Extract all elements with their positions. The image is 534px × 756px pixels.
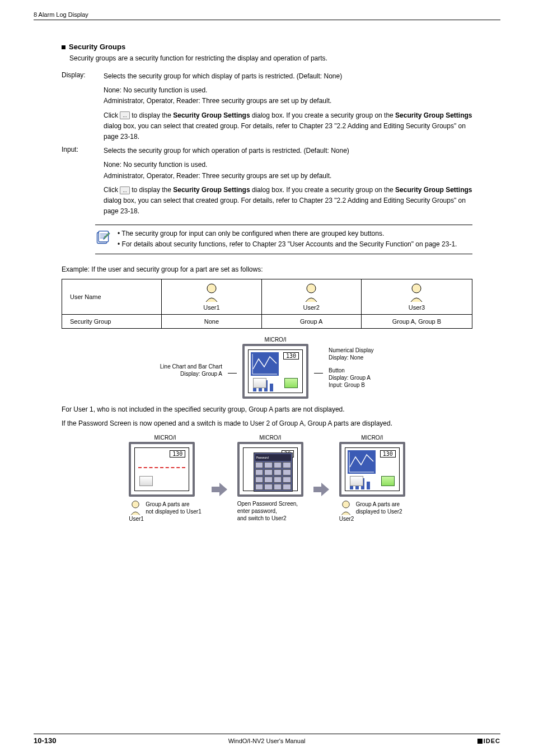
para-2: If the Password Screen is now opened and… bbox=[62, 418, 472, 429]
input-none: None: No security function is used. bbox=[104, 160, 472, 170]
micro-box: MICRO/I 130 bbox=[242, 337, 308, 399]
user-label: User1 bbox=[129, 516, 202, 522]
table-cell: Group A, Group B bbox=[361, 314, 472, 328]
text: Input: Group B bbox=[329, 381, 390, 389]
caption-3: Group A parts are displayed to User2 bbox=[339, 500, 405, 516]
note-box: • The security group for input can only … bbox=[95, 225, 472, 254]
square-bullet-icon bbox=[62, 45, 65, 49]
display-none: None: No security function is used. bbox=[104, 85, 472, 96]
text: enter password, bbox=[237, 507, 303, 515]
caption-1: Group A parts are not displayed to User1 bbox=[129, 500, 202, 516]
micro-box-3: MICRO/I 130 Group A parts are displayed … bbox=[339, 435, 405, 522]
text: The security group for input can only be… bbox=[121, 230, 384, 237]
micro-screen: 130 bbox=[339, 442, 405, 497]
page-header: 8 Alarm Log Display bbox=[34, 11, 500, 20]
flow-diagram: MICRO/I 130 Group A parts are not displa… bbox=[62, 435, 472, 522]
table-cell: Security Group bbox=[62, 314, 162, 328]
leader-line bbox=[228, 373, 237, 374]
ellipsis-button-icon[interactable]: ... bbox=[120, 111, 130, 119]
green-button-icon bbox=[284, 378, 298, 388]
table-cell: User1 bbox=[162, 279, 261, 314]
section-intro: Security groups are a security function … bbox=[69, 53, 472, 63]
page-footer: 10-130 WindO/I-NV2 User's Manual IDEC bbox=[34, 734, 500, 745]
text: and switch to User2 bbox=[237, 515, 303, 522]
table-row: Security Group None Group A Group A, Gro… bbox=[62, 314, 472, 328]
page-number: 10-130 bbox=[34, 736, 56, 745]
section-heading: Security Groups bbox=[62, 43, 472, 51]
micro-label: MICRO/I bbox=[242, 337, 308, 343]
para-1: For User 1, who is not included in the s… bbox=[62, 404, 472, 415]
dashed-line bbox=[138, 467, 185, 468]
text: IDEC bbox=[484, 738, 500, 744]
text: to display the bbox=[130, 186, 173, 194]
white-button-icon bbox=[139, 476, 153, 486]
note-bullet-2: • For details about security functions, … bbox=[118, 239, 457, 250]
display-admin: Administrator, Operator, Reader: Three s… bbox=[104, 96, 472, 106]
text: User2 bbox=[303, 304, 320, 311]
table-cell: User2 bbox=[261, 279, 361, 314]
password-keypad: Password bbox=[254, 452, 293, 492]
micro-box-1: MICRO/I 130 Group A parts are not displa… bbox=[129, 435, 202, 522]
text: For details about security functions, re… bbox=[122, 240, 457, 248]
text: Open Password Screen, bbox=[237, 500, 303, 507]
text: Display: None bbox=[329, 354, 390, 361]
text: Line Chart and Bar Chart bbox=[144, 363, 222, 370]
micro-screen: 130 bbox=[242, 344, 308, 399]
keypad-header: Password bbox=[255, 454, 291, 461]
user-icon bbox=[408, 283, 425, 303]
user-icon bbox=[339, 500, 353, 516]
input-line1: Selects the security group for which ope… bbox=[104, 146, 472, 156]
sgs-bold2: Security Group Settings bbox=[395, 186, 472, 194]
sgs-bold2: Security Group Settings bbox=[395, 111, 472, 119]
text: dialog box, you can select that created … bbox=[104, 122, 466, 141]
text: Button bbox=[329, 367, 390, 374]
input-click-para: Click ... to display the Security Group … bbox=[104, 185, 472, 217]
display-line1: Selects the security group for which dis… bbox=[104, 71, 472, 82]
numerical-display: 130 bbox=[170, 450, 185, 458]
caption-2: Open Password Screen, enter password, an… bbox=[237, 500, 303, 522]
annotated-screen: Line Chart and Bar Chart Display: Group … bbox=[62, 337, 472, 399]
text: dialog box. If you create a security gro… bbox=[250, 186, 396, 194]
numerical-display: 130 bbox=[283, 352, 299, 360]
svg-point-12 bbox=[132, 501, 139, 508]
text: User3 bbox=[409, 304, 425, 311]
table-cell: None bbox=[162, 314, 261, 328]
square-icon bbox=[477, 739, 483, 744]
text: to display the bbox=[130, 111, 173, 119]
svg-rect-11 bbox=[270, 384, 273, 391]
text: dialog box, you can select that created … bbox=[104, 197, 466, 215]
micro-box-2: MICRO/I 30 Password Open Pass bbox=[237, 435, 303, 522]
text: Click bbox=[104, 111, 120, 119]
micro-label: MICRO/I bbox=[129, 435, 202, 441]
text: Group A parts are bbox=[146, 501, 202, 508]
ellipsis-button-icon[interactable]: ... bbox=[120, 186, 130, 194]
input-label: Input: bbox=[62, 146, 104, 217]
text: Group A parts are bbox=[356, 501, 402, 508]
table-cell: Group A bbox=[261, 314, 361, 328]
note-bullet-1: • The security group for input can only … bbox=[118, 228, 457, 239]
text: dialog box. If you create a security gro… bbox=[250, 111, 396, 119]
svg-rect-13 bbox=[348, 450, 376, 474]
numerical-display: 130 bbox=[380, 450, 396, 458]
micro-label: MICRO/I bbox=[339, 435, 405, 441]
user-table: User Name User1 User2 User3 Security Gro… bbox=[62, 279, 472, 329]
leader-line bbox=[314, 373, 323, 374]
table-row: User Name User1 User2 User3 bbox=[62, 279, 472, 314]
micro-screen: 130 bbox=[129, 442, 195, 497]
text: displayed to User2 bbox=[356, 508, 402, 515]
svg-point-20 bbox=[343, 501, 349, 508]
note-icon bbox=[95, 230, 111, 245]
annot-left: Line Chart and Bar Chart Display: Group … bbox=[144, 363, 222, 377]
table-cell: User3 bbox=[361, 279, 472, 314]
svg-point-2 bbox=[207, 284, 216, 293]
user-icon bbox=[129, 500, 142, 516]
micro-label: MICRO/I bbox=[237, 435, 303, 441]
white-button-icon bbox=[350, 476, 363, 486]
user-icon bbox=[203, 283, 220, 303]
input-admin: Administrator, Operator, Reader: Three s… bbox=[104, 171, 472, 181]
section-title: Security Groups bbox=[69, 43, 125, 51]
example-lead: Example: If the user and security group … bbox=[62, 265, 472, 273]
text: not displayed to User1 bbox=[146, 508, 202, 515]
white-button-icon bbox=[253, 378, 266, 388]
text: Display: Group A bbox=[329, 374, 390, 381]
